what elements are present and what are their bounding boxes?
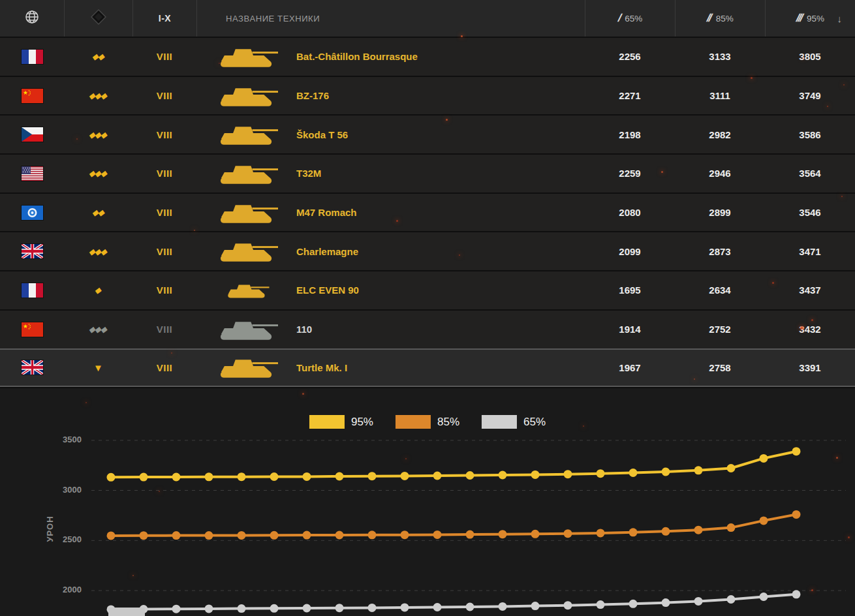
vehicle-class-icon: ◆◆◆ bbox=[88, 324, 108, 334]
tier-label: VIII bbox=[132, 311, 196, 348]
table-row[interactable]: ◆◆◆ VIII T32M 2259 2946 3564 bbox=[0, 153, 855, 192]
value-95: 3805 bbox=[765, 38, 855, 76]
nation-flag bbox=[22, 166, 43, 181]
table-row[interactable]: ◆◆ VIII M47 Romach 2080 2899 3546 bbox=[0, 192, 855, 232]
tier-label: VIII bbox=[132, 38, 196, 76]
legend-swatch bbox=[396, 415, 431, 429]
sort-arrow-icon[interactable]: ↓ bbox=[837, 13, 843, 24]
column-label-85: 85% bbox=[716, 14, 734, 23]
class-filter[interactable] bbox=[64, 0, 132, 37]
nation-flag bbox=[22, 127, 43, 142]
tier-label: VIII bbox=[132, 77, 196, 115]
tier-label: VIII bbox=[132, 116, 196, 153]
value-65: 1914 bbox=[585, 311, 675, 348]
tank-name-link[interactable]: Charlemagne bbox=[296, 246, 358, 257]
tier-label: VIII bbox=[132, 232, 196, 270]
value-85: 3133 bbox=[675, 38, 765, 76]
tank-silhouette bbox=[216, 279, 278, 301]
value-65: 2256 bbox=[585, 38, 675, 76]
value-95: 3391 bbox=[765, 350, 855, 386]
value-95: 3586 bbox=[765, 116, 855, 153]
tier-label: VIII bbox=[132, 155, 196, 192]
value-65: 2080 bbox=[585, 194, 675, 232]
value-95: 3437 bbox=[765, 271, 855, 309]
column-header-95[interactable]: /// 95% ↓ bbox=[765, 0, 855, 37]
tier-label: VIII bbox=[132, 271, 196, 309]
class-filter-icon bbox=[90, 8, 107, 28]
nation-flag bbox=[22, 322, 43, 337]
slash-3-icon: /// bbox=[796, 12, 802, 25]
name-column-label: НАЗВАНИЕ ТЕХНИКИ bbox=[226, 14, 320, 23]
chart-axis-fragment bbox=[108, 608, 145, 616]
legend-item-85[interactable]: 85% bbox=[396, 415, 459, 429]
tank-silhouette bbox=[216, 318, 278, 341]
vehicle-name-column-header[interactable]: НАЗВАНИЕ ТЕХНИКИ bbox=[196, 0, 585, 37]
damage-chart: 95%85%65% УРОН 3500300025002000 bbox=[0, 387, 855, 616]
nation-flag bbox=[22, 89, 43, 103]
slash-2-icon: // bbox=[706, 12, 711, 25]
value-85: 2946 bbox=[675, 155, 765, 192]
value-85: 2873 bbox=[675, 232, 765, 270]
vehicle-class-icon: ◆◆◆ bbox=[88, 168, 108, 178]
vehicle-class-icon: ◆◆◆ bbox=[88, 130, 108, 140]
tier-filter-label: I-X bbox=[159, 13, 171, 23]
tank-name-link[interactable]: 110 bbox=[296, 324, 312, 335]
vehicle-class-icon: ◆◆◆ bbox=[88, 247, 108, 256]
value-65: 2271 bbox=[585, 77, 675, 115]
column-label-95: 95% bbox=[807, 14, 824, 23]
tank-name-link[interactable]: ELC EVEN 90 bbox=[296, 285, 359, 296]
globe-icon bbox=[24, 9, 40, 27]
value-95: 3564 bbox=[765, 155, 855, 192]
table-row[interactable]: ◆◆◆ VIII Charlemagne 2099 2873 3471 bbox=[0, 231, 855, 270]
nation-flag bbox=[22, 283, 43, 298]
value-65: 2198 bbox=[585, 116, 675, 153]
legend-swatch bbox=[309, 415, 345, 429]
tank-name-link[interactable]: Škoda T 56 bbox=[296, 129, 348, 140]
vehicle-class-icon: ◆◆ bbox=[91, 52, 105, 61]
vehicle-class-icon: ◆◆ bbox=[91, 208, 105, 217]
value-85: 3111 bbox=[675, 77, 765, 115]
table-row[interactable]: ◆◆ VIII Bat.-Châtillon Bourrasque 2256 3… bbox=[0, 37, 855, 76]
tank-silhouette bbox=[216, 356, 278, 378]
legend-item-65[interactable]: 65% bbox=[482, 415, 546, 429]
legend-item-95[interactable]: 95% bbox=[309, 415, 373, 429]
tank-silhouette bbox=[216, 46, 278, 68]
table-header: I-X НАЗВАНИЕ ТЕХНИКИ / 65% // 85% /// 95… bbox=[0, 0, 855, 37]
tank-name-link[interactable]: Turtle Mk. I bbox=[296, 362, 347, 373]
table-row[interactable]: ▼ VIII Turtle Mk. I 1967 2758 3391 bbox=[0, 348, 855, 388]
nation-flag bbox=[22, 50, 43, 64]
tank-name-link[interactable]: Bat.-Châtillon Bourrasque bbox=[296, 51, 418, 62]
tier-label: VIII bbox=[132, 350, 196, 386]
nation-flag bbox=[22, 360, 43, 375]
slash-1-icon: / bbox=[617, 12, 621, 25]
nation-flag bbox=[22, 206, 43, 220]
nation-filter[interactable] bbox=[0, 0, 64, 37]
value-85: 2899 bbox=[675, 194, 765, 232]
tank-name-link[interactable]: T32M bbox=[296, 168, 321, 179]
value-85: 2758 bbox=[675, 350, 765, 386]
tank-silhouette bbox=[216, 240, 278, 262]
column-header-85[interactable]: // 85% bbox=[675, 0, 765, 37]
vehicle-class-icon: ▼ bbox=[93, 362, 103, 373]
tier-label: VIII bbox=[132, 194, 196, 232]
vehicle-class-icon: ◆ bbox=[94, 285, 102, 295]
value-95: 3432 bbox=[765, 311, 855, 348]
value-95: 3471 bbox=[765, 232, 855, 270]
legend-label: 65% bbox=[523, 416, 546, 429]
value-65: 1967 bbox=[585, 350, 675, 386]
tier-filter[interactable]: I-X bbox=[132, 0, 196, 37]
tank-name-link[interactable]: BZ-176 bbox=[296, 90, 329, 101]
value-65: 2099 bbox=[585, 232, 675, 270]
column-header-65[interactable]: / 65% bbox=[585, 0, 675, 37]
tank-silhouette bbox=[216, 202, 278, 224]
table-row[interactable]: ◆◆◆ VIII Škoda T 56 2198 2982 3586 bbox=[0, 114, 855, 153]
tank-silhouette bbox=[216, 123, 278, 146]
tank-name-link[interactable]: M47 Romach bbox=[296, 207, 357, 218]
nation-flag bbox=[22, 244, 43, 258]
legend-label: 95% bbox=[351, 416, 373, 429]
table-row[interactable]: ◆ VIII ELC EVEN 90 1695 2634 3437 bbox=[0, 270, 855, 309]
value-95: 3749 bbox=[765, 77, 855, 115]
table-row[interactable]: ◆◆◆ VIII 110 1914 2752 3432 bbox=[0, 309, 855, 348]
table-row[interactable]: ◆◆◆ VIII BZ-176 2271 3111 3749 bbox=[0, 76, 855, 115]
value-85: 2634 bbox=[675, 271, 765, 309]
